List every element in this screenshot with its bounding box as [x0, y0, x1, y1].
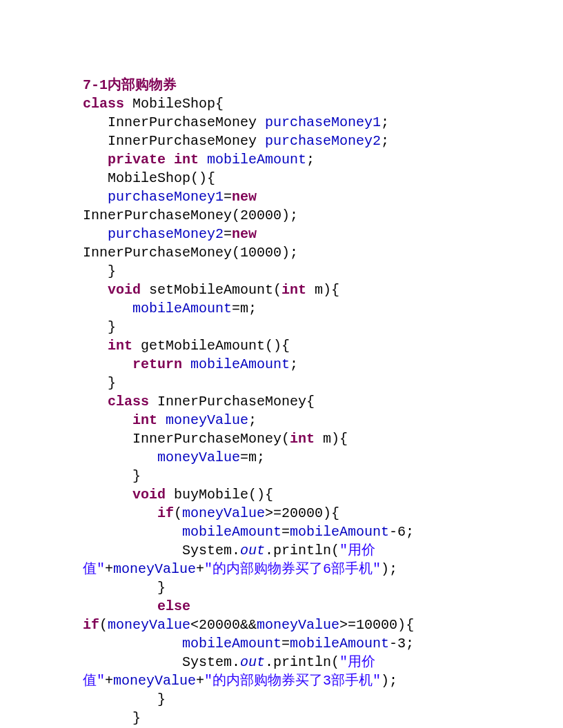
kw-int: int — [174, 152, 199, 168]
text — [83, 301, 132, 316]
text: + — [105, 673, 113, 689]
kw-private: private — [108, 152, 166, 168]
text: buyMobile(){ — [166, 487, 273, 503]
text: -3; — [389, 636, 414, 651]
field-ref: mobileAmount — [190, 356, 290, 372]
text: ); — [381, 561, 397, 577]
field-ref: purchaseMoney1 — [265, 114, 381, 130]
kw-int: int — [282, 282, 306, 298]
text: .println( — [265, 543, 339, 558]
field-ref: moneyValue — [182, 505, 265, 521]
text — [83, 189, 108, 205]
kw-new: new — [232, 189, 257, 205]
static-field: out — [240, 543, 265, 558]
static-field: out — [240, 654, 265, 670]
text: MobileShop(){ — [83, 170, 215, 186]
text — [166, 152, 174, 168]
field-ref: moneyValue — [108, 617, 190, 633]
text: InnerPurchaseMoney( — [83, 431, 290, 447]
text — [83, 282, 108, 298]
text — [83, 356, 132, 372]
kw-if: if — [83, 617, 99, 633]
kw-else: else — [157, 598, 190, 614]
field-ref: moneyValue — [113, 561, 196, 577]
field-ref: moneyValue — [166, 412, 248, 428]
text: >=10000){ — [339, 617, 414, 633]
kw-return: return — [132, 356, 182, 372]
field-ref: purchaseMoney2 — [265, 133, 381, 149]
text — [83, 505, 157, 521]
text: } — [83, 468, 141, 484]
text — [83, 487, 132, 503]
text: ; — [381, 133, 389, 149]
text: InnerPurchaseMoney — [83, 114, 265, 130]
string-literal: "的内部购物券买了3部手机" — [204, 673, 381, 689]
kw-int: int — [108, 338, 132, 354]
text: ; — [381, 114, 389, 130]
field-ref: purchaseMoney1 — [108, 189, 224, 205]
text: } — [83, 263, 116, 279]
field-ref: mobileAmount — [182, 524, 282, 540]
text — [83, 412, 132, 428]
text: + — [105, 561, 113, 577]
text: = — [282, 636, 290, 651]
text — [83, 636, 182, 651]
text — [83, 152, 108, 168]
text: System. — [83, 654, 240, 670]
text — [83, 338, 108, 354]
text — [83, 524, 182, 540]
field-ref: purchaseMoney2 — [108, 226, 224, 242]
text — [83, 394, 108, 410]
text: = — [224, 226, 232, 242]
text: >=20000){ — [265, 505, 339, 521]
field-ref: moneyValue — [257, 617, 339, 633]
text — [83, 449, 157, 465]
field-ref: mobileAmount — [182, 636, 282, 651]
text: = — [282, 524, 290, 540]
field-ref: moneyValue — [157, 449, 240, 465]
text: } — [83, 710, 141, 726]
text — [157, 412, 166, 428]
text: ; — [248, 412, 257, 428]
field-ref: mobileAmount — [132, 301, 232, 316]
code-title: 7-1内部购物券 — [83, 77, 177, 93]
document-page: 7-1内部购物券 class MobileShop{ InnerPurchase… — [0, 0, 563, 728]
kw-int: int — [132, 412, 157, 428]
text: InnerPurchaseMoney — [83, 133, 265, 149]
text: + — [196, 673, 204, 689]
text: } — [83, 580, 166, 596]
text: } — [83, 375, 116, 391]
text: setMobileAmount( — [141, 282, 282, 298]
kw-void: void — [108, 282, 141, 298]
text: = — [224, 189, 232, 205]
text: ; — [306, 152, 315, 168]
text: =m; — [232, 301, 257, 316]
text — [199, 152, 207, 168]
text: getMobileAmount(){ — [132, 338, 290, 354]
kw-new: new — [232, 226, 257, 242]
text — [182, 356, 190, 372]
text: ); — [381, 673, 397, 689]
text: + — [196, 561, 204, 577]
text: m){ — [315, 431, 348, 447]
kw-class: class — [108, 394, 149, 410]
text: InnerPurchaseMoney{ — [149, 394, 315, 410]
text: .println( — [265, 654, 339, 670]
kw-if: if — [157, 505, 174, 521]
field-ref: mobileAmount — [290, 636, 389, 651]
text: } — [83, 319, 116, 335]
text: ( — [174, 505, 182, 521]
text: <20000&& — [190, 617, 257, 633]
field-ref: mobileAmount — [207, 152, 306, 168]
text: ; — [290, 356, 298, 372]
text: =m; — [240, 449, 265, 465]
text: ( — [99, 617, 108, 633]
field-ref: mobileAmount — [290, 524, 389, 540]
code-block: 7-1内部购物券 class MobileShop{ InnerPurchase… — [83, 76, 480, 728]
text: } — [83, 691, 166, 707]
text: System. — [83, 543, 240, 558]
text: -6; — [389, 524, 414, 540]
kw-void: void — [132, 487, 166, 503]
text: m){ — [306, 282, 339, 298]
kw-int: int — [290, 431, 315, 447]
